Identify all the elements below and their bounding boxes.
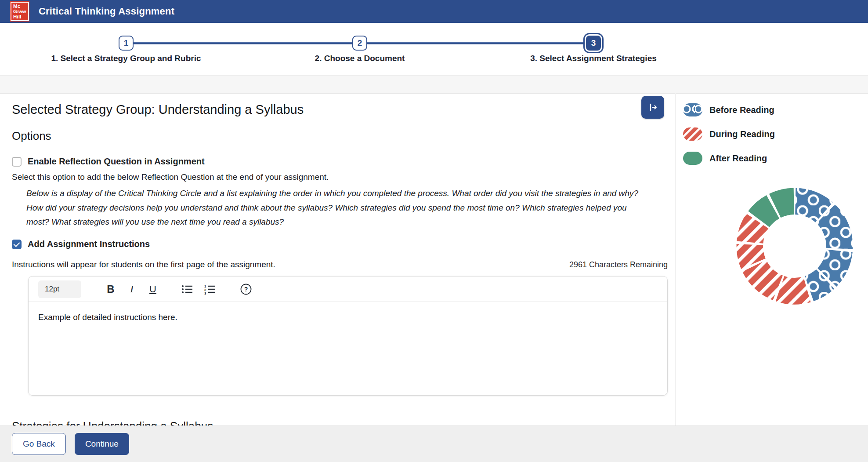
reading-strategies-sidebar: Before Reading During Reading After Read… [676,93,868,426]
logo-line: Mc [13,4,28,9]
during-reading-label: During Reading [709,129,775,139]
donut-segment [742,260,783,300]
instructions-description: Instructions will appear for students on… [12,260,275,269]
reflection-question: Below is a display of the Critical Think… [26,186,646,229]
enable-reflection-checkbox[interactable] [12,157,22,167]
editor-content[interactable]: Example of detailed instructions here. [29,302,667,395]
page-title: Critical Thinking Assignment [39,6,174,17]
go-back-button[interactable]: Go Back [12,433,66,455]
legend-during-reading: During Reading [683,127,868,141]
step-2-label: 2. Choose a Document [315,54,405,63]
reading-strategies-donut [732,184,857,309]
options-heading: Options [12,129,663,143]
italic-button[interactable]: I [123,280,140,298]
step-3-label: 3. Select Assignment Strategies [530,54,657,63]
numbered-list-icon: 1 2 3 [204,284,216,295]
step-1-marker[interactable]: 1 [119,36,134,51]
before-reading-label: Before Reading [709,105,774,115]
critical-thinking-circle-chart [732,184,857,309]
numbered-list-button[interactable]: 1 2 3 [202,280,218,298]
collapse-sidebar-button[interactable] [641,96,664,119]
after-reading-swatch [683,152,702,165]
during-reading-swatch [683,127,702,141]
logo-line: Hill [13,14,28,19]
step-2-marker[interactable]: 2 [352,36,367,51]
instructions-editor: 12pt B I U 1 2 3 [28,276,668,396]
font-size-select[interactable]: 12pt [38,280,81,298]
svg-text:?: ? [244,286,248,293]
add-instructions-row: Add Assignment Instructions [12,239,663,249]
after-reading-label: After Reading [709,153,767,164]
add-instructions-label: Add Assignment Instructions [28,239,150,249]
underline-button[interactable]: U [145,280,161,298]
reflection-description: Select this option to add the below Refl… [12,172,663,182]
selected-strategy-group-title: Selected Strategy Group: Understanding a… [12,102,663,117]
editor-help-button[interactable]: ? [238,280,254,298]
collapse-arrow-icon [647,102,658,113]
before-reading-swatch [683,103,702,116]
stepper: 1 2 3 1. Select a Strategy Group and Rub… [0,23,868,76]
content-panel: Selected Strategy Group: Understanding a… [0,93,675,462]
characters-remaining: 2961 Characters Remaining [569,260,668,269]
legend-before-reading: Before Reading [683,103,868,116]
bullet-list-button[interactable] [179,280,195,298]
editor-toolbar: 12pt B I U 1 2 3 [29,276,667,302]
enable-reflection-label: Enable Reflection Question in Assignment [28,156,205,167]
enable-reflection-row: Enable Reflection Question in Assignment [12,156,663,167]
continue-button[interactable]: Continue [75,433,129,455]
mcgraw-hill-logo: Mc Graw Hill [11,2,29,21]
donut-segment [776,276,811,305]
step-3-marker[interactable]: 3 [586,36,601,51]
help-icon: ? [240,283,252,295]
bold-button[interactable]: B [102,280,119,298]
add-instructions-checkbox[interactable] [12,240,22,249]
step-1-label: 1. Select a Strategy Group and Rubric [51,54,201,63]
app-header: Mc Graw Hill Critical Thinking Assignmen… [0,0,868,23]
footer-action-bar: Go Back Continue [0,426,868,462]
svg-text:3: 3 [204,291,206,295]
logo-line: Graw [13,9,28,14]
bullet-list-icon [181,284,193,295]
legend-after-reading: After Reading [683,152,868,165]
instructions-meta-row: Instructions will appear for students on… [12,260,668,269]
